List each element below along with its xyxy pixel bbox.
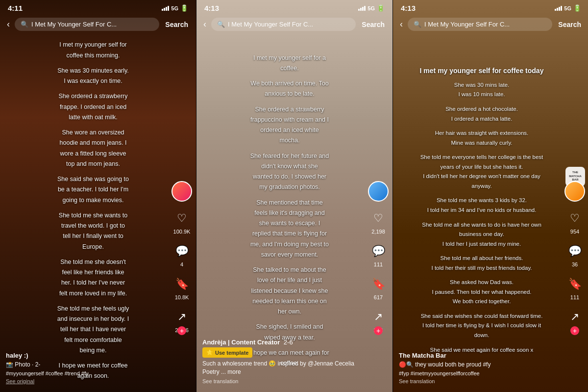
poem-area-1: I met my younger self forcoffee this mor… bbox=[0, 34, 196, 392]
see-original-1[interactable]: See original bbox=[6, 378, 166, 384]
caption-1: 📸 Photo · 2- bbox=[6, 361, 166, 369]
back-button-2[interactable]: ‹ bbox=[201, 17, 208, 31]
search-button-1[interactable]: Search bbox=[162, 19, 191, 30]
see-translation-3[interactable]: See translation bbox=[399, 378, 559, 384]
panel-2-top-controls: 4:13 5G 🔋 ‹ 🔍 I Met My Younger Self bbox=[196, 0, 392, 34]
like-action-2[interactable]: ♡ 2,198 bbox=[369, 209, 387, 235]
caption-text-1: 📸 Photo · 2- bbox=[6, 361, 40, 368]
bookmark-action-2[interactable]: 🔖 617 bbox=[369, 275, 387, 300]
side-actions-3: + ♡ 954 💬 36 🔖 111 ↗ 43 bbox=[564, 181, 585, 333]
network-type-1: 5G bbox=[171, 5, 178, 11]
search-bar-3: ‹ 🔍 I Met My Younger Self For C... Searc… bbox=[393, 14, 588, 34]
battery-2: 🔋 bbox=[377, 4, 385, 12]
template-icon: ⭐ bbox=[206, 349, 213, 356]
comment-icon-2[interactable]: 💬 bbox=[369, 242, 387, 260]
avatar-1[interactable] bbox=[172, 181, 192, 202]
follow-badge-2[interactable]: + bbox=[374, 326, 383, 335]
share-icon-3[interactable]: ↗ bbox=[566, 308, 584, 326]
bookmark-icon-2[interactable]: 🔖 bbox=[369, 275, 387, 293]
share-icon-1[interactable]: ↗ bbox=[173, 308, 191, 326]
username-3[interactable]: The Matcha Bar bbox=[399, 352, 559, 359]
avatar-item-2: + bbox=[368, 181, 389, 202]
panel-3-top-controls: 4:13 5G 🔋 ‹ 🔍 I Met My Younger Self bbox=[393, 0, 588, 34]
bookmark-action-1[interactable]: 🔖 10.8K bbox=[173, 275, 191, 300]
bookmark-icon-3[interactable]: 🔖 bbox=[566, 275, 584, 293]
comment-count-3: 36 bbox=[572, 261, 578, 267]
use-template-button-2[interactable]: ⭐ Use template bbox=[202, 347, 252, 358]
phone-panel-1: 4:11 5G 🔋 ‹ 🔍 I Met My Young bbox=[0, 0, 196, 392]
search-icon-1: 🔍 bbox=[21, 21, 28, 28]
username-text-2: Andrèja | Content Creator bbox=[202, 339, 280, 346]
bookmark-action-3[interactable]: 🔖 111 bbox=[566, 275, 584, 300]
avatar-3[interactable] bbox=[564, 181, 585, 202]
signal-bars-1 bbox=[162, 6, 169, 11]
signal-bars-3 bbox=[555, 6, 562, 11]
poem-text-2: I met my younger self for acoffee. We bo… bbox=[250, 53, 329, 374]
caption-2: Such a wholesome trend 🥹 inspired by @Je… bbox=[202, 360, 362, 376]
like-count-1: 100.9K bbox=[173, 229, 191, 235]
share-icon-2[interactable]: ↗ bbox=[369, 308, 387, 326]
avatar-2[interactable] bbox=[368, 181, 389, 202]
comment-action-3[interactable]: 💬 36 bbox=[566, 242, 584, 267]
like-action-1[interactable]: ♡ 100.9K bbox=[173, 209, 191, 235]
status-icons-2: 5G 🔋 bbox=[358, 4, 385, 12]
search-button-3[interactable]: Search bbox=[555, 19, 584, 30]
bookmark-icon-1[interactable]: 🔖 bbox=[173, 275, 191, 293]
search-icon-2: 🔍 bbox=[217, 21, 225, 28]
search-bar-2: ‹ 🔍 I Met My Younger Self For C... Searc… bbox=[196, 14, 392, 34]
search-input-container-1[interactable]: 🔍 I Met My Younger Self For C... bbox=[15, 18, 159, 31]
poem-text-3: She was 30 mins late.I was 10 mins late.… bbox=[399, 80, 564, 355]
search-query-3: I Met My Younger Self For C... bbox=[424, 21, 546, 28]
see-translation-2[interactable]: See translation bbox=[202, 378, 362, 384]
status-time-3: 4:13 bbox=[401, 4, 416, 12]
hashtags-3: #fyp #imetmyyoungerselfforcoffee bbox=[399, 370, 559, 376]
search-input-container-2[interactable]: 🔍 I Met My Younger Self For C... bbox=[211, 18, 356, 31]
comment-icon-1[interactable]: 💬 bbox=[173, 242, 191, 260]
status-bar-1: 4:11 5G 🔋 bbox=[0, 0, 196, 14]
poem-area-3: I met my younger self for coffee today S… bbox=[393, 34, 588, 392]
comment-icon-3[interactable]: 💬 bbox=[566, 242, 584, 260]
bottom-info-3: The Matcha Bar 🔴🔍 they would both be pro… bbox=[393, 347, 564, 392]
back-button-3[interactable]: ‹ bbox=[398, 17, 405, 31]
search-button-2[interactable]: Search bbox=[359, 19, 388, 30]
bookmark-count-3: 111 bbox=[570, 294, 579, 300]
panel-2-overlay: 4:13 5G 🔋 ‹ 🔍 I Met My Younger Self bbox=[196, 0, 392, 392]
like-count-2: 2,198 bbox=[371, 229, 385, 235]
status-bar-3: 4:13 5G 🔋 bbox=[393, 0, 588, 14]
bottom-info-1: haley :) 📸 Photo · 2- #myyoungerself #co… bbox=[0, 347, 172, 392]
username-1[interactable]: haley :) bbox=[6, 352, 166, 359]
like-action-3[interactable]: ♡ 954 bbox=[566, 209, 584, 235]
status-time-1: 4:11 bbox=[8, 4, 23, 12]
heart-icon-1[interactable]: ♡ bbox=[173, 209, 191, 227]
back-button-1[interactable]: ‹ bbox=[5, 17, 12, 31]
heart-icon-2[interactable]: ♡ bbox=[369, 209, 387, 227]
phone-panel-2: 4:13 5G 🔋 ‹ 🔍 I Met My Younger Self bbox=[196, 0, 392, 392]
status-bar-2: 4:13 5G 🔋 bbox=[196, 0, 392, 14]
battery-1: 🔋 bbox=[180, 4, 188, 12]
search-query-1: I Met My Younger Self For C... bbox=[31, 21, 153, 28]
panel-3-overlay: 4:13 5G 🔋 ‹ 🔍 I Met My Younger Self bbox=[393, 0, 588, 392]
follow-badge-1[interactable]: + bbox=[177, 326, 186, 335]
network-type-2: 5G bbox=[368, 5, 375, 11]
brand-text-3: THEMATCHABAR bbox=[569, 171, 582, 182]
side-actions-1: + ♡ 100.9K 💬 4 🔖 10.8K ↗ 2,676 bbox=[172, 181, 192, 333]
phone-panel-3: 4:13 5G 🔋 ‹ 🔍 I Met My Younger Self bbox=[393, 0, 588, 392]
search-query-2: I Met My Younger Self For C... bbox=[228, 21, 350, 28]
poem-text-1: I met my younger self forcoffee this mor… bbox=[57, 40, 129, 386]
username-2[interactable]: Andrèja | Content Creator 2-6 bbox=[202, 339, 362, 346]
status-icons-3: 5G 🔋 bbox=[555, 4, 581, 12]
comment-count-1: 4 bbox=[180, 261, 183, 267]
comment-action-2[interactable]: 💬 111 bbox=[369, 242, 387, 267]
comment-action-1[interactable]: 💬 4 bbox=[173, 242, 191, 267]
status-time-2: 4:13 bbox=[204, 4, 219, 12]
battery-3: 🔋 bbox=[573, 4, 581, 12]
search-input-container-3[interactable]: 🔍 I Met My Younger Self For C... bbox=[408, 18, 552, 31]
heart-icon-3[interactable]: ♡ bbox=[566, 209, 584, 227]
bookmark-count-2: 617 bbox=[374, 294, 383, 300]
avatar-item-3: + bbox=[564, 181, 585, 202]
follow-badge-3[interactable]: + bbox=[570, 326, 579, 335]
panel-1-top-controls: 4:11 5G 🔋 ‹ 🔍 I Met My Young bbox=[0, 0, 196, 34]
like-count-3: 954 bbox=[570, 229, 579, 235]
hashtags-1: #myyoungerself #coffee #trend #fy bbox=[6, 370, 166, 376]
caption-3: 🔴🔍 they would both be proud #fy bbox=[399, 361, 559, 369]
